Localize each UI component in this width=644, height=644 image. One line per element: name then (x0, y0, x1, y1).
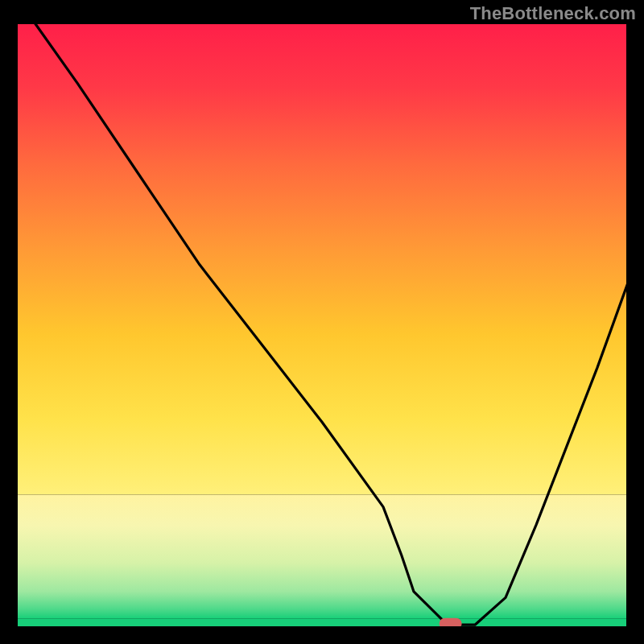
bottleneck-chart (0, 0, 644, 644)
chart-container: TheBottleneck.com (0, 0, 644, 644)
lower-gradient-band (16, 495, 628, 619)
watermark-text: TheBottleneck.com (470, 3, 636, 24)
